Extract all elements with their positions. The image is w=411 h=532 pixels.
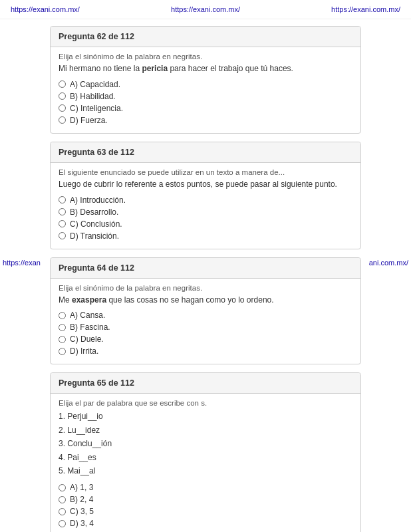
question-block-65: Pregunta 65 de 112 Elija el par de palab… xyxy=(50,372,361,532)
option-label-65-b: B) 2, 4 xyxy=(70,495,93,504)
option-62-b[interactable]: B) Habilidad. xyxy=(59,92,352,101)
radio-62-d[interactable] xyxy=(59,116,66,124)
radio-65-a[interactable] xyxy=(59,484,66,491)
question-body-64: Elija el sinónimo de la palabra en negri… xyxy=(51,279,360,364)
option-label-63-d: D) Transición. xyxy=(70,231,119,241)
option-label-62-c: C) Inteligencia. xyxy=(70,104,123,113)
option-63-c[interactable]: C) Conclusión. xyxy=(59,219,352,229)
question-text-62: Mi hermano no tiene la pericia para hace… xyxy=(59,63,352,74)
header-link-2[interactable]: https://exani.com.mx/ xyxy=(171,5,240,13)
option-62-c[interactable]: C) Inteligencia. xyxy=(59,104,352,113)
question-text-64: Me exaspera que las cosas no se hagan co… xyxy=(59,295,352,306)
option-65-b[interactable]: B) 2, 4 xyxy=(59,495,352,504)
header-link-3[interactable]: https://exani.com.mx/ xyxy=(331,5,400,13)
option-63-b[interactable]: B) Desarrollo. xyxy=(59,207,352,217)
question-text-63: Luego de cubrir lo referente a estos pun… xyxy=(59,179,352,190)
header-link-1[interactable]: https://exani.com.mx/ xyxy=(11,5,80,13)
radio-64-a[interactable] xyxy=(59,312,66,319)
option-65-d[interactable]: D) 3, 4 xyxy=(59,519,352,528)
side-watermark-left: https://exan xyxy=(0,256,43,269)
option-63-a[interactable]: A) Introducción. xyxy=(59,196,352,205)
side-watermark-right: ani.com.mx/ xyxy=(366,256,411,269)
word-list-65: 1. Perjui__io 2. Lu__idez 3. Conclu__ión… xyxy=(59,410,352,477)
radio-63-b[interactable] xyxy=(59,208,66,215)
radio-65-b[interactable] xyxy=(59,496,66,503)
option-62-d[interactable]: D) Fuerza. xyxy=(59,116,352,125)
option-label-62-a: A) Capacidad. xyxy=(70,80,120,89)
instruction-63: El siguiente enunciado se puede utilizar… xyxy=(59,168,352,176)
option-label-64-b: B) Fascina. xyxy=(70,323,110,332)
radio-63-d[interactable] xyxy=(59,232,66,239)
option-label-64-a: A) Cansa. xyxy=(70,311,105,320)
options-list-63: A) Introducción. B) Desarrollo. C) Concl… xyxy=(59,196,352,241)
options-list-64: A) Cansa. B) Fascina. C) Duele. D) Irrit… xyxy=(59,311,352,356)
radio-64-b[interactable] xyxy=(59,324,66,331)
radio-62-b[interactable] xyxy=(59,92,66,100)
option-65-a[interactable]: A) 1, 3 xyxy=(59,483,352,492)
question-block-62: Pregunta 62 de 112 Elija el sinónimo de … xyxy=(50,26,361,134)
instruction-64: Elija el sinónimo de la palabra en negri… xyxy=(59,284,352,292)
option-label-64-d: D) Irrita. xyxy=(70,346,98,356)
options-list-62: A) Capacidad. B) Habilidad. C) Inteligen… xyxy=(59,80,352,125)
option-62-a[interactable]: A) Capacidad. xyxy=(59,80,352,89)
radio-62-a[interactable] xyxy=(59,80,66,88)
radio-63-a[interactable] xyxy=(59,196,66,203)
option-label-62-d: D) Fuerza. xyxy=(70,116,108,125)
radio-64-d[interactable] xyxy=(59,348,66,355)
options-list-65: A) 1, 3 B) 2, 4 C) 3, 5 D) 3, 4 xyxy=(59,483,352,528)
question-block-64: Pregunta 64 de 112 Elija el sinónimo de … xyxy=(50,257,361,365)
option-label-63-c: C) Conclusión. xyxy=(70,219,122,229)
instruction-65: Elija el par de palabra que se escribe c… xyxy=(59,399,352,407)
question-title-63: Pregunta 63 de 112 xyxy=(51,142,360,163)
option-label-63-b: B) Desarrollo. xyxy=(70,207,118,217)
option-label-65-a: A) 1, 3 xyxy=(70,483,93,492)
option-65-c[interactable]: C) 3, 5 xyxy=(59,507,352,516)
option-label-65-d: D) 3, 4 xyxy=(70,519,94,528)
header-bar: https://exani.com.mx/ https://exani.com.… xyxy=(0,0,411,19)
radio-62-c[interactable] xyxy=(59,104,66,112)
option-label-64-c: C) Duele. xyxy=(70,334,104,344)
option-label-65-c: C) 3, 5 xyxy=(70,507,94,516)
question-title-64: Pregunta 64 de 112 xyxy=(51,258,360,279)
option-label-62-b: B) Habilidad. xyxy=(70,92,116,101)
question-body-62: Elija el sinónimo de la palabra en negri… xyxy=(51,47,360,133)
question-title-62: Pregunta 62 de 112 xyxy=(51,27,360,47)
question-body-65: Elija el par de palabra que se escribe c… xyxy=(51,394,360,532)
instruction-62: Elija el sinónimo de la palabra en negri… xyxy=(59,53,352,61)
radio-64-c[interactable] xyxy=(59,336,66,343)
option-63-d[interactable]: D) Transición. xyxy=(59,231,352,241)
radio-65-c[interactable] xyxy=(59,508,66,515)
option-64-a[interactable]: A) Cansa. xyxy=(59,311,352,320)
question-block-63: Pregunta 63 de 112 El siguiente enunciad… xyxy=(50,142,361,249)
question-body-63: El siguiente enunciado se puede utilizar… xyxy=(51,163,360,249)
option-label-63-a: A) Introducción. xyxy=(70,196,126,205)
radio-63-c[interactable] xyxy=(59,220,66,227)
main-content: Pregunta 62 de 112 Elija el sinónimo de … xyxy=(0,19,411,532)
option-64-d[interactable]: D) Irrita. xyxy=(59,346,352,356)
radio-65-d[interactable] xyxy=(59,520,66,527)
option-64-c[interactable]: C) Duele. xyxy=(59,334,352,344)
question-title-65: Pregunta 65 de 112 xyxy=(51,373,360,394)
option-64-b[interactable]: B) Fascina. xyxy=(59,323,352,332)
